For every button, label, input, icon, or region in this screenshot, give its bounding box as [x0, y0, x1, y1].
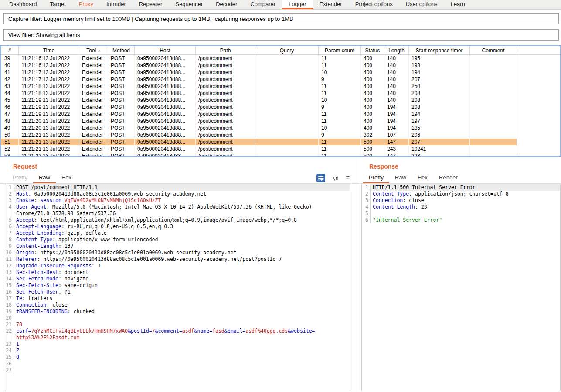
menu-tab-comparer[interactable]: Comparer — [244, 0, 282, 9]
cell: 400 — [361, 55, 384, 62]
log-row-51[interactable]: 5111:21:21 13 Jul 2022ExtenderPOST0a9500… — [1, 139, 560, 145]
menu-tab-repeater[interactable]: Repeater — [133, 0, 169, 9]
log-row-46[interactable]: 4611:21:19 13 Jul 2022ExtenderPOST0a9500… — [1, 104, 560, 111]
response-tab-pretty[interactable]: Pretty — [363, 172, 389, 183]
cell: 11:21:21 13 Jul 2022 — [19, 145, 79, 152]
menu-tab-project-options[interactable]: Project options — [349, 0, 399, 9]
cell — [255, 97, 319, 104]
log-row-53[interactable]: 5311:21:22 13 Jul 2022ExtenderPOST0a9500… — [1, 152, 560, 157]
log-row-41[interactable]: 4111:21:17 13 Jul 2022ExtenderPOST0a9500… — [1, 69, 560, 76]
column-header-method[interactable]: Method — [108, 46, 135, 54]
menu-tab-user-options[interactable]: User options — [399, 0, 444, 9]
menu-tab-dashboard[interactable]: Dashboard — [3, 0, 44, 9]
menu-tab-proxy[interactable]: Proxy — [72, 0, 100, 9]
row-filler — [517, 97, 560, 104]
line-number: 13 — [5, 269, 14, 276]
cell: 0a9500020413d88... — [135, 69, 196, 76]
cell: Extender — [79, 118, 108, 125]
column-header-length[interactable]: Length — [384, 46, 409, 54]
cell — [470, 139, 517, 145]
response-tab-raw[interactable]: Raw — [389, 172, 412, 183]
request-tab-pretty[interactable]: Pretty — [7, 172, 33, 183]
column-header-query[interactable]: Query — [255, 46, 319, 54]
request-tab-raw[interactable]: Raw — [33, 172, 56, 183]
request-editor[interactable]: 1POST /post/comment HTTP/1.12Host: 0a950… — [5, 184, 350, 391]
show-newlines-icon[interactable]: \n — [332, 175, 338, 181]
column-header-start-response-timer[interactable]: Start response timer — [409, 46, 470, 54]
column-header-label: Start response timer — [415, 47, 462, 54]
menu-tab-extender[interactable]: Extender — [313, 0, 349, 9]
log-row-50[interactable]: 5011:21:21 13 Jul 2022ExtenderPOST0a9500… — [1, 132, 560, 139]
column-header-comment[interactable]: Comment — [470, 46, 517, 54]
cell — [255, 111, 319, 118]
cell: 11 — [319, 62, 361, 69]
message-viewer: Request PrettyRawHex \n ≡ 1POST /post/co… — [0, 157, 561, 392]
column-header-status[interactable]: Status — [361, 46, 384, 54]
log-row-47[interactable]: 4711:21:19 13 Jul 2022ExtenderPOST0a9500… — [1, 111, 560, 118]
line-content: Te: trailers — [14, 295, 350, 302]
editor-line-25: 25Q — [5, 354, 350, 361]
menu-tab-learn[interactable]: Learn — [444, 0, 472, 9]
cell: 302 — [361, 132, 384, 139]
column-header-tool[interactable]: Tool∧ — [79, 46, 108, 54]
capture-filter-bar[interactable]: Capture filter: Logger memory limit set … — [3, 13, 559, 24]
menu-tab-target[interactable]: Target — [44, 0, 72, 9]
cell — [255, 90, 319, 97]
line-content: Accept: text/html,application/xhtml+xml,… — [14, 217, 350, 223]
view-filter-bar[interactable]: View filter: Showing all items — [3, 29, 559, 41]
cell: 46 — [1, 104, 19, 111]
menu-tab-sequencer[interactable]: Sequencer — [169, 0, 209, 9]
response-tab-hex[interactable]: Hex — [412, 172, 433, 183]
column-header-label: Query — [280, 47, 294, 54]
cell: 45 — [1, 97, 19, 104]
line-number: 25 — [5, 354, 14, 361]
cell — [470, 104, 517, 111]
cell: 223 — [409, 152, 470, 157]
log-row-40[interactable]: 4011:21:16 13 Jul 2022ExtenderPOST0a9500… — [1, 62, 560, 69]
log-row-42[interactable]: 4211:21:17 13 Jul 2022ExtenderPOST0a9500… — [1, 76, 560, 83]
line-content: Accept-Language: ru-RU,ru;q=0.8,en-US;q=… — [14, 223, 350, 230]
line-number: 23 — [5, 341, 14, 348]
editor-line-1: 1POST /post/comment HTTP/1.1 — [5, 184, 350, 191]
menu-tab-intruder[interactable]: Intruder — [100, 0, 133, 9]
cell — [255, 69, 319, 76]
line-content: Cookie: session=VgFWy4D2vMfON7vMNMhjQ1Sc… — [14, 197, 350, 204]
log-row-43[interactable]: 4311:21:18 13 Jul 2022ExtenderPOST0a9500… — [1, 83, 560, 90]
response-tab-render[interactable]: Render — [433, 172, 463, 183]
column-header-host[interactable]: Host — [135, 46, 196, 54]
row-filler — [517, 76, 560, 83]
menu-tab-decoder[interactable]: Decoder — [209, 0, 244, 9]
cell: 50 — [1, 132, 19, 139]
response-editor[interactable]: 1HTTP/1.1 500 Internal Server Error2Cont… — [361, 184, 561, 391]
cell: Extender — [79, 90, 108, 97]
log-row-48[interactable]: 4811:21:20 13 Jul 2022ExtenderPOST0a9500… — [1, 118, 560, 125]
column-header-time[interactable]: Time — [19, 46, 79, 54]
editor-menu-icon[interactable]: ≡ — [346, 175, 350, 182]
column-header-param-count[interactable]: Param count — [319, 46, 361, 54]
log-row-45[interactable]: 4511:21:19 13 Jul 2022ExtenderPOST0a9500… — [1, 97, 560, 104]
column-header-label: Method — [112, 47, 130, 54]
log-row-52[interactable]: 5211:21:21 13 Jul 2022ExtenderPOST0a9500… — [1, 145, 560, 152]
request-tab-hex[interactable]: Hex — [56, 172, 77, 183]
column-header-path[interactable]: Path — [196, 46, 255, 54]
menu-tab-logger[interactable]: Logger — [282, 0, 313, 9]
editor-line-3: 3Connection: close — [362, 197, 560, 204]
log-row-39[interactable]: 3911:21:16 13 Jul 2022ExtenderPOST0a9500… — [1, 55, 560, 62]
editor-line-5: 5 — [362, 210, 560, 217]
line-content: Content-Type: application/x-www-form-url… — [14, 237, 350, 243]
cell: /post/comment — [196, 90, 255, 97]
cell: 11:21:19 13 Jul 2022 — [19, 97, 79, 104]
request-panel: Request PrettyRawHex \n ≡ 1POST /post/co… — [0, 157, 356, 392]
column-header--[interactable]: # — [1, 46, 19, 54]
soft-wrap-icon[interactable] — [316, 174, 325, 182]
log-row-49[interactable]: 4911:21:20 13 Jul 2022ExtenderPOST0a9500… — [1, 125, 560, 132]
cell: POST — [108, 55, 135, 62]
cell: POST — [108, 118, 135, 125]
editor-line-18: 18Connection: close — [5, 302, 350, 308]
cell: /post/comment — [196, 152, 255, 157]
cell: 42 — [1, 76, 19, 83]
line-number: 14 — [5, 276, 14, 282]
request-panel-title: Request — [13, 163, 37, 170]
cell: 11:21:20 13 Jul 2022 — [19, 118, 79, 125]
log-row-44[interactable]: 4411:21:18 13 Jul 2022ExtenderPOST0a9500… — [1, 90, 560, 97]
